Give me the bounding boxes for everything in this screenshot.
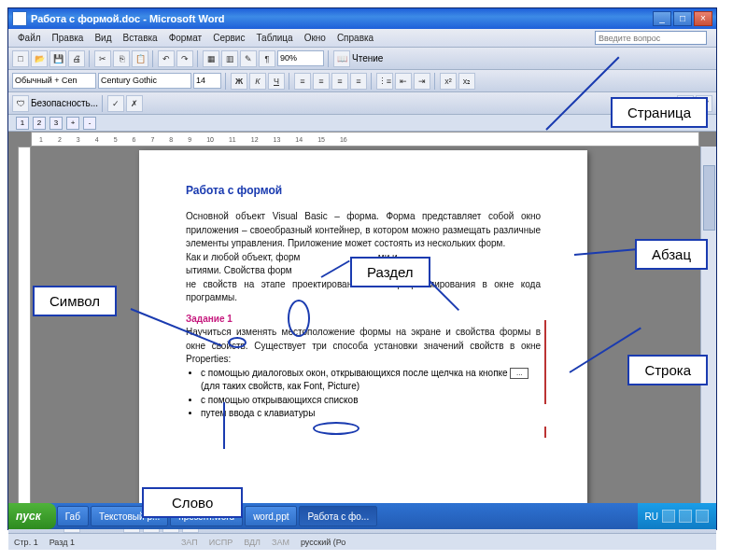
pilcrow-icon[interactable]: ¶ xyxy=(259,50,275,67)
subscript-icon[interactable]: x₂ xyxy=(458,73,475,90)
document-area: 12345678910111213141516 Работа с формой … xyxy=(8,132,716,514)
tool-a[interactable]: ✓ xyxy=(107,95,124,112)
new-doc-icon[interactable]: □ xyxy=(12,50,29,67)
print-icon[interactable]: 🖨 xyxy=(68,50,85,67)
menu-table[interactable]: Таблица xyxy=(250,31,298,45)
scroll-thumb[interactable] xyxy=(703,165,715,231)
menu-file[interactable]: Файл xyxy=(12,31,47,45)
indent-in-icon[interactable]: ⇥ xyxy=(414,73,430,90)
mark-circle xyxy=(288,300,310,337)
undo-icon[interactable]: ↶ xyxy=(158,50,175,67)
menu-edit[interactable]: Правка xyxy=(47,31,90,45)
table-icon[interactable]: ▦ xyxy=(203,50,219,67)
toolbar-formatting: Обычный + Сen Century Gothic 14 Ж К Ч ≡ … xyxy=(8,70,716,92)
close-button[interactable]: × xyxy=(694,11,712,26)
underline-icon[interactable]: Ч xyxy=(268,73,285,90)
task-item[interactable]: word.ppt xyxy=(245,506,297,526)
line-marker xyxy=(544,427,546,438)
superscript-icon[interactable]: x² xyxy=(440,73,457,90)
system-tray: RU xyxy=(638,503,716,529)
justify-icon[interactable]: ≡ xyxy=(350,73,367,90)
doc-list: с помощью диалоговых окон, открывающихся… xyxy=(201,367,541,421)
callout-slovo: Слово xyxy=(142,487,243,518)
menu-insert[interactable]: Вставка xyxy=(117,31,162,45)
callout-stranica: Страница xyxy=(611,97,708,128)
indent-out-icon[interactable]: ⇤ xyxy=(395,73,412,90)
security-label[interactable]: Безопасность... xyxy=(31,98,98,108)
task-item[interactable]: Габ xyxy=(57,506,89,526)
tray-icon[interactable] xyxy=(679,510,692,523)
status-rec: ЗАП xyxy=(181,538,198,547)
reading-icon[interactable]: 📖 xyxy=(333,50,350,67)
outline-2[interactable]: 2 xyxy=(33,117,46,130)
statusbar: Стр. 1 Разд 1 ЗАП ИСПР ВДЛ ЗАМ русский (… xyxy=(8,533,716,550)
list-item: с помощью диалоговых окон, открывающихся… xyxy=(201,367,541,394)
question-input[interactable] xyxy=(595,31,707,45)
status-lang: русский (Ро xyxy=(301,538,345,547)
cut-icon[interactable]: ✂ xyxy=(94,50,111,67)
status-page: Стр. 1 xyxy=(14,538,38,547)
scrollbar-vertical[interactable] xyxy=(700,147,716,514)
outline-5[interactable]: - xyxy=(83,117,96,130)
paragraph-marker xyxy=(544,320,546,404)
security-icon[interactable]: 🛡 xyxy=(12,95,29,112)
status-ext: ВДЛ xyxy=(244,538,261,547)
outline-4[interactable]: + xyxy=(66,117,79,130)
task-item-active[interactable]: Работа с фо... xyxy=(299,506,377,526)
tray-lang[interactable]: RU xyxy=(645,511,658,522)
outline-3[interactable]: 3 xyxy=(49,117,63,130)
maximize-button[interactable]: □ xyxy=(673,11,692,26)
ruler-vertical[interactable] xyxy=(18,147,31,514)
mark-circle xyxy=(313,422,359,435)
zoom-selector[interactable]: 90% xyxy=(277,50,324,66)
menu-window[interactable]: Окно xyxy=(299,31,331,45)
start-button[interactable]: пуск xyxy=(8,503,56,529)
tray-icon[interactable] xyxy=(662,510,675,523)
list-icon[interactable]: ⋮≡ xyxy=(376,73,393,90)
menu-help[interactable]: Справка xyxy=(331,31,379,45)
callout-simvol: Символ xyxy=(33,286,117,316)
page: Работа с формой Основной объект Visual B… xyxy=(139,150,587,514)
doc-p1: Основной объект Visual Basic – форма. Фо… xyxy=(186,210,541,251)
bold-icon[interactable]: Ж xyxy=(231,73,247,90)
reading-label[interactable]: Чтение xyxy=(352,53,383,63)
menubar: Файл Правка Вид Вставка Формат Сервис Та… xyxy=(8,29,716,48)
font-selector[interactable]: Century Gothic xyxy=(98,73,191,89)
callout-abzac: Абзац xyxy=(635,239,708,270)
window-title: Работа с формой.doc - Microsoft Word xyxy=(31,13,653,24)
titlebar: Работа с формой.doc - Microsoft Word _ □… xyxy=(8,8,716,29)
copy-icon[interactable]: ⎘ xyxy=(113,50,130,67)
size-selector[interactable]: 14 xyxy=(193,73,221,89)
paste-icon[interactable]: 📋 xyxy=(132,50,148,67)
align-center-icon[interactable]: ≡ xyxy=(313,73,330,90)
callout-line xyxy=(223,402,225,449)
open-icon[interactable]: 📂 xyxy=(31,50,48,67)
menu-view[interactable]: Вид xyxy=(89,31,117,45)
list-item: путем ввода с клавиатуры xyxy=(201,407,541,421)
doc-heading: Работа с формой xyxy=(186,184,541,197)
status-ovr: ЗАМ xyxy=(272,538,289,547)
columns-icon[interactable]: ▥ xyxy=(221,50,238,67)
italic-icon[interactable]: К xyxy=(249,73,266,90)
outline-1[interactable]: 1 xyxy=(16,117,29,130)
list-item: с помощью открывающихся списков xyxy=(201,394,541,408)
drawing-icon[interactable]: ✎ xyxy=(240,50,257,67)
align-right-icon[interactable]: ≡ xyxy=(331,73,348,90)
minimize-button[interactable]: _ xyxy=(653,11,671,26)
menu-tools[interactable]: Сервис xyxy=(207,31,250,45)
status-section: Разд 1 xyxy=(49,538,75,547)
tool-b[interactable]: ✗ xyxy=(126,95,143,112)
taskbar: пуск Габ Текстовый р... презент.word wor… xyxy=(8,503,716,529)
align-left-icon[interactable]: ≡ xyxy=(294,73,311,90)
ruler-horizontal[interactable]: 12345678910111213141516 xyxy=(31,132,699,147)
status-fix: ИСПР xyxy=(209,538,233,547)
tray-icon[interactable] xyxy=(696,510,709,523)
save-icon[interactable]: 💾 xyxy=(49,50,66,67)
callout-stroka: Строка xyxy=(627,355,708,385)
menu-format[interactable]: Формат xyxy=(163,31,208,45)
callout-razdel: Раздел xyxy=(350,257,430,287)
mark-circle xyxy=(228,337,247,348)
redo-icon[interactable]: ↷ xyxy=(176,50,193,67)
style-selector[interactable]: Обычный + Сen xyxy=(12,73,96,89)
doc-task: Задание 1 xyxy=(186,313,541,327)
